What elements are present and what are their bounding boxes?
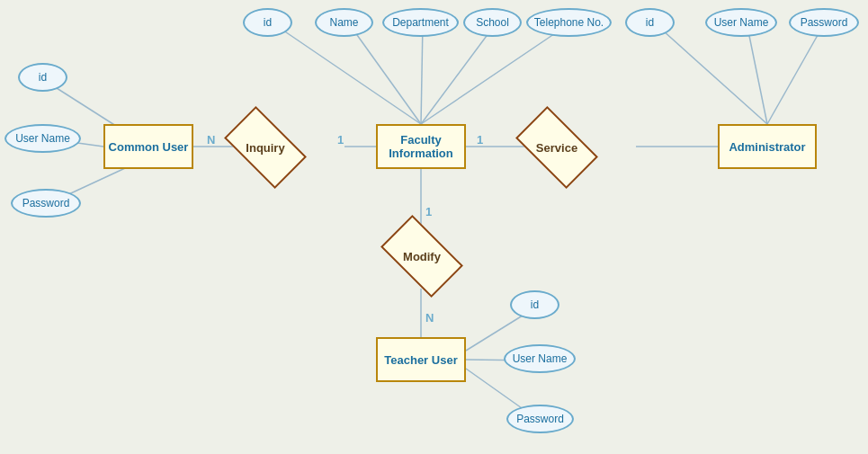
- entity-faculty-info[interactable]: Faculty Information: [376, 124, 466, 169]
- entity-common-user[interactable]: Common User: [103, 124, 193, 169]
- connections-svg: [0, 0, 868, 454]
- diagram-container: Common User Faculty Information Administ…: [0, 0, 868, 454]
- attr-tu-username: User Name: [504, 344, 576, 373]
- cardinality-n1: N: [207, 133, 215, 147]
- svg-line-6: [348, 22, 421, 124]
- cardinality-1b: 1: [477, 133, 483, 147]
- cardinality-1a: 1: [337, 133, 344, 147]
- attr-adm-password: Password: [789, 8, 859, 37]
- attr-adm-username: User Name: [705, 8, 777, 37]
- attr-fi-name: Name: [315, 8, 373, 37]
- cardinality-n2: N: [425, 311, 434, 325]
- attr-tu-password: Password: [506, 405, 574, 433]
- attr-fi-department: Department: [382, 8, 459, 37]
- attr-fi-id: id: [243, 8, 292, 37]
- attr-tu-id: id: [510, 290, 559, 319]
- attr-adm-id: id: [625, 8, 675, 37]
- attr-fi-telephone: Telephone No.: [526, 8, 612, 37]
- cardinality-1c: 1: [425, 205, 432, 218]
- attr-cu-id: id: [18, 63, 67, 92]
- attr-cu-password: Password: [11, 189, 81, 218]
- relationship-service[interactable]: Service: [516, 122, 597, 173]
- svg-line-5: [272, 22, 421, 124]
- relationship-modify[interactable]: Modify: [381, 231, 462, 281]
- entity-administrator[interactable]: Administrator: [718, 124, 817, 169]
- svg-line-8: [421, 22, 497, 124]
- attr-fi-school: School: [463, 8, 522, 37]
- relationship-inquiry[interactable]: Inquiry: [225, 122, 306, 173]
- svg-line-7: [421, 22, 423, 124]
- svg-line-14: [767, 22, 825, 124]
- attr-cu-username: User Name: [4, 124, 81, 153]
- entity-teacher-user[interactable]: Teacher User: [376, 337, 466, 382]
